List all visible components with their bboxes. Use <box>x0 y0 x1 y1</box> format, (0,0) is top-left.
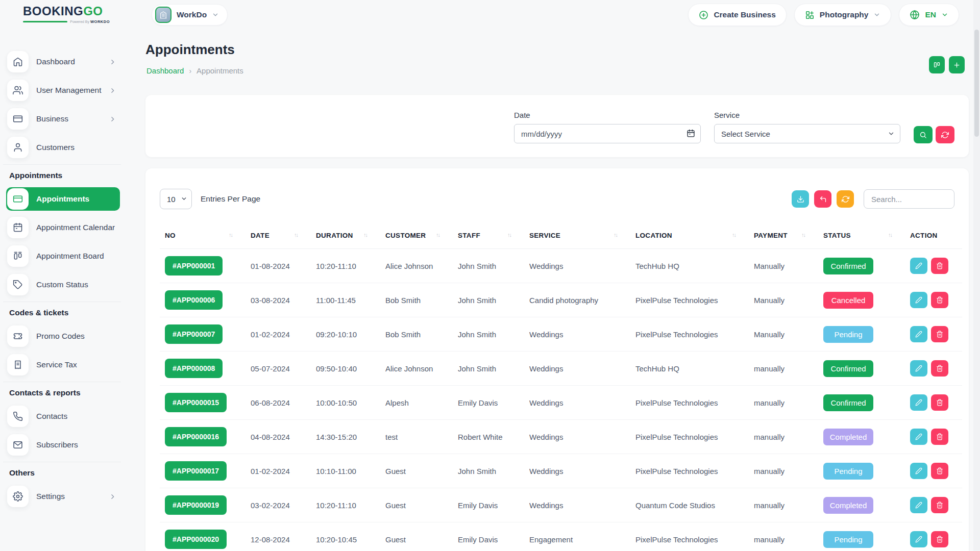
sidebar-item-appointment-board[interactable]: Appointment Board <box>6 244 120 268</box>
service-cell: Candid photography <box>524 283 630 317</box>
create-business-button[interactable]: Create Business <box>688 4 786 26</box>
search-input[interactable] <box>864 189 954 209</box>
column-header-payment[interactable]: PAYMENT↑↓ <box>749 223 818 249</box>
column-header-no[interactable]: NO↑↓ <box>160 223 246 249</box>
trash-icon <box>936 433 943 440</box>
sidebar-item-dashboard[interactable]: Dashboard <box>6 50 120 73</box>
status-cell: Confirmed <box>818 249 905 283</box>
entries-per-page-select[interactable]: 10 <box>160 189 192 209</box>
page-title: Appointments <box>145 42 235 58</box>
appointment-id-badge[interactable]: #APP000008 <box>165 359 223 378</box>
board-view-button[interactable] <box>929 56 945 73</box>
edit-button[interactable] <box>910 394 927 411</box>
appointment-id-badge[interactable]: #APP000001 <box>165 256 223 276</box>
customer-cell: Alice Johnson <box>380 352 453 386</box>
delete-button[interactable] <box>931 360 948 377</box>
scrollbar-thumb[interactable] <box>974 30 979 137</box>
sidebar-item-appointments[interactable]: Appointments <box>6 187 120 211</box>
column-header-customer[interactable]: CUSTOMER↑↓ <box>380 223 453 249</box>
pencil-icon <box>915 502 922 509</box>
powered-by-label: Powered By WORKDO <box>70 19 110 24</box>
duration-cell: 14:30-15:20 <box>311 420 380 454</box>
edit-button[interactable] <box>910 258 927 274</box>
filter-search-button[interactable] <box>914 126 933 143</box>
users-icon <box>7 80 29 101</box>
service-cell: Weddings <box>524 454 630 488</box>
brand-logo[interactable]: BOOKINGGO Powered By WORKDO <box>23 5 110 24</box>
export-button[interactable] <box>792 190 809 208</box>
add-appointment-button[interactable] <box>949 56 965 73</box>
delete-button[interactable] <box>931 429 948 445</box>
sidebar-item-settings[interactable]: Settings <box>6 485 120 508</box>
sidebar-item-appointment-calendar[interactable]: Appointment Calendar <box>6 216 120 239</box>
edit-button[interactable] <box>910 360 927 377</box>
sidebar-item-promo-codes[interactable]: Promo Codes <box>6 324 120 348</box>
column-header-duration[interactable]: DURATION↑↓ <box>311 223 380 249</box>
column-label: LOCATION <box>635 232 672 239</box>
sort-icon[interactable]: ↑↓ <box>229 232 232 238</box>
language-selector[interactable]: EN <box>899 4 959 26</box>
appointment-id-badge[interactable]: #APP0000016 <box>165 427 227 446</box>
edit-button[interactable] <box>910 463 927 479</box>
sort-icon[interactable]: ↑↓ <box>732 232 736 238</box>
sidebar-item-contacts[interactable]: Contacts <box>6 405 120 428</box>
sort-icon[interactable]: ↑↓ <box>614 232 617 238</box>
sort-icon[interactable]: ↑↓ <box>888 232 892 238</box>
appointment-id-badge[interactable]: #APP0000020 <box>165 530 227 549</box>
location-cell: PixelPulse Technologies <box>630 317 749 352</box>
kanban-icon <box>933 61 941 69</box>
delete-button[interactable] <box>931 463 948 479</box>
date-input[interactable] <box>514 124 701 143</box>
no-cell: #APP000008 <box>160 352 246 386</box>
column-header-status[interactable]: STATUS↑↓ <box>818 223 905 249</box>
sort-icon[interactable]: ↑↓ <box>436 232 439 238</box>
service-select[interactable]: Select Service <box>714 124 900 143</box>
delete-button[interactable] <box>931 497 948 513</box>
date-cell: 03-02-2024 <box>246 488 311 522</box>
scrollbar[interactable] <box>973 0 980 551</box>
edit-button[interactable] <box>910 497 927 513</box>
sidebar-item-label: Promo Codes <box>36 332 85 341</box>
column-header-date[interactable]: DATE↑↓ <box>246 223 311 249</box>
duration-cell: 10:00-10:50 <box>311 386 380 420</box>
reload-button[interactable] <box>837 190 854 208</box>
edit-button[interactable] <box>910 292 927 308</box>
filter-reset-button[interactable] <box>936 126 954 143</box>
edit-button[interactable] <box>910 429 927 445</box>
sidebar-item-subscribers[interactable]: Subscribers <box>6 433 120 457</box>
trash-icon <box>936 365 943 372</box>
appointment-id-badge[interactable]: #APP000006 <box>165 290 223 310</box>
chevron-right-icon <box>109 59 116 65</box>
delete-button[interactable] <box>931 531 948 547</box>
business-selector[interactable]: Photography <box>794 4 892 26</box>
sidebar-item-service-tax[interactable]: Service Tax <box>6 353 120 377</box>
breadcrumb-link-dashboard[interactable]: Dashboard <box>146 66 184 75</box>
appointment-id-badge[interactable]: #APP0000017 <box>165 461 227 481</box>
edit-button[interactable] <box>910 531 927 547</box>
sort-icon[interactable]: ↑↓ <box>294 232 298 238</box>
sort-icon[interactable]: ↑↓ <box>507 232 511 238</box>
sidebar-item-label: Settings <box>36 492 65 501</box>
sidebar-item-business[interactable]: Business <box>6 107 120 131</box>
sidebar-item-user-management[interactable]: User Management <box>6 79 120 102</box>
appointment-id-badge[interactable]: #APP000007 <box>165 324 223 344</box>
appointment-id-badge[interactable]: #APP0000015 <box>165 393 227 412</box>
column-header-staff[interactable]: STAFF↑↓ <box>453 223 524 249</box>
delete-button[interactable] <box>931 394 948 411</box>
undo-button[interactable] <box>814 190 831 208</box>
sort-icon[interactable]: ↑↓ <box>363 232 367 238</box>
delete-button[interactable] <box>931 258 948 274</box>
pencil-icon <box>915 467 922 474</box>
customer-cell: test <box>380 420 453 454</box>
delete-button[interactable] <box>931 292 948 308</box>
delete-button[interactable] <box>931 326 948 342</box>
sidebar-item-customers[interactable]: Customers <box>6 136 120 159</box>
edit-button[interactable] <box>910 326 927 342</box>
appointment-id-badge[interactable]: #APP0000019 <box>165 495 227 515</box>
column-header-service[interactable]: SERVICE↑↓ <box>524 223 630 249</box>
column-header-action[interactable]: ACTION <box>905 223 962 249</box>
sidebar-item-custom-status[interactable]: Custom Status <box>6 273 120 296</box>
column-header-location[interactable]: LOCATION↑↓ <box>630 223 749 249</box>
sort-icon[interactable]: ↑↓ <box>801 232 805 238</box>
workspace-selector[interactable]: WorkDo <box>152 4 228 26</box>
